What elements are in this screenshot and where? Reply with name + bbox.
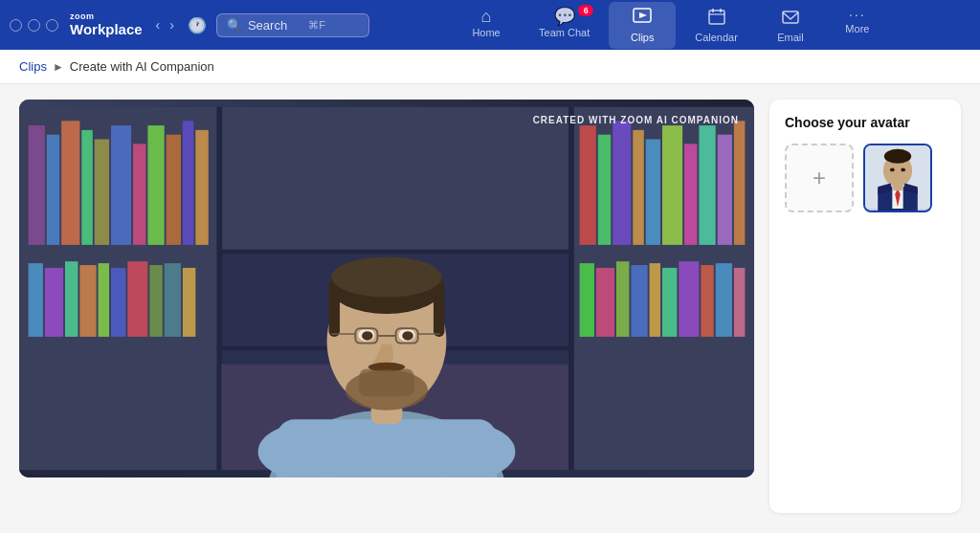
window-maximize-btn[interactable]: [46, 19, 58, 32]
home-label: Home: [472, 27, 500, 38]
zoom-logo: zoom Workplace: [70, 12, 143, 38]
svg-rect-25: [195, 130, 208, 245]
svg-rect-23: [167, 135, 181, 245]
svg-rect-28: [65, 261, 78, 337]
video-player[interactable]: CREATED WITH ZOOM AI COMPANION: [19, 100, 754, 477]
search-bar[interactable]: 🔍 Search ⌘F: [216, 13, 369, 37]
avatar-grid: +: [785, 144, 946, 212]
svg-rect-33: [149, 265, 162, 337]
team-chat-icon: 💬: [554, 8, 575, 25]
topbar-left: zoom Workplace ‹ › 🕐 🔍 Search ⌘F: [10, 12, 369, 38]
nav-item-calendar[interactable]: Calendar: [676, 2, 757, 49]
panel-title: Choose your avatar: [785, 115, 946, 130]
svg-point-78: [423, 424, 515, 477]
search-shortcut: ⌘F: [308, 19, 325, 32]
svg-rect-45: [734, 121, 746, 245]
right-panel: Choose your avatar +: [769, 100, 961, 513]
email-icon: [781, 8, 800, 30]
svg-rect-42: [684, 144, 697, 245]
svg-rect-14: [568, 107, 574, 470]
window-controls: [10, 19, 58, 32]
svg-rect-63: [434, 286, 445, 337]
svg-rect-53: [701, 265, 713, 337]
home-icon: ⌂: [481, 8, 492, 25]
svg-rect-20: [111, 125, 131, 245]
svg-rect-29: [79, 265, 96, 337]
forward-arrow[interactable]: ›: [166, 15, 178, 34]
svg-rect-22: [147, 125, 164, 245]
svg-rect-27: [45, 268, 63, 337]
zoom-text: zoom: [70, 12, 143, 21]
nav-item-team-chat[interactable]: 6 💬 Team Chat: [520, 2, 609, 49]
calendar-icon: [707, 8, 726, 30]
nav-arrows: ‹ ›: [152, 15, 178, 34]
breadcrumb-parent[interactable]: Clips: [19, 59, 47, 74]
add-icon: +: [813, 165, 826, 191]
nav-item-clips[interactable]: Clips: [609, 2, 676, 49]
video-background: CREATED WITH ZOOM AI COMPANION: [19, 100, 754, 477]
back-arrow[interactable]: ‹: [152, 15, 165, 34]
avatar-add-button[interactable]: +: [785, 144, 854, 212]
clips-icon: [633, 8, 652, 30]
svg-marker-1: [639, 12, 647, 18]
svg-rect-62: [329, 286, 341, 337]
main-content: CREATED WITH ZOOM AI COMPANION Choose yo…: [0, 84, 980, 528]
nav-item-more[interactable]: ··· More: [824, 2, 891, 49]
svg-rect-44: [718, 135, 732, 245]
svg-point-67: [362, 331, 373, 341]
svg-rect-21: [133, 144, 145, 245]
svg-rect-32: [127, 261, 147, 337]
svg-rect-16: [47, 135, 59, 245]
svg-point-77: [258, 424, 350, 477]
workplace-text: Workplace: [70, 21, 143, 38]
clips-label: Clips: [631, 32, 654, 43]
svg-rect-34: [165, 263, 181, 337]
svg-rect-18: [81, 130, 93, 245]
avatar-option-1[interactable]: [863, 144, 932, 212]
svg-rect-49: [631, 265, 647, 337]
svg-point-85: [884, 149, 911, 164]
svg-rect-17: [61, 121, 79, 245]
svg-rect-51: [662, 268, 677, 337]
svg-rect-43: [699, 125, 715, 245]
search-label: Search: [248, 18, 287, 33]
svg-rect-46: [580, 263, 594, 337]
breadcrumb-bar: Clips ► Create with AI Companion: [0, 50, 980, 84]
svg-rect-50: [650, 263, 661, 337]
video-section: CREATED WITH ZOOM AI COMPANION: [19, 100, 754, 513]
svg-rect-24: [183, 121, 194, 245]
svg-rect-48: [616, 261, 629, 337]
breadcrumb-separator: ►: [53, 60, 64, 74]
window-minimize-btn[interactable]: [28, 19, 40, 32]
email-label: Email: [777, 32, 804, 43]
svg-rect-6: [783, 11, 798, 23]
window-close-btn[interactable]: [10, 19, 22, 32]
svg-rect-36: [580, 125, 596, 245]
svg-rect-31: [111, 268, 125, 337]
breadcrumb-current: Create with AI Companion: [70, 59, 214, 74]
topbar: zoom Workplace ‹ › 🕐 🔍 Search ⌘F ⌂ Home …: [0, 0, 980, 50]
svg-point-68: [402, 331, 413, 341]
svg-point-87: [901, 168, 905, 172]
svg-point-64: [331, 256, 441, 297]
history-button[interactable]: 🕐: [188, 16, 207, 34]
more-icon: ···: [849, 8, 866, 21]
svg-rect-41: [662, 125, 682, 245]
svg-rect-55: [734, 268, 746, 337]
nav-item-home[interactable]: ⌂ Home: [453, 2, 520, 49]
svg-rect-15: [29, 125, 45, 245]
more-label: More: [845, 23, 869, 34]
svg-point-86: [890, 168, 895, 172]
svg-rect-30: [99, 263, 110, 337]
nav-item-email[interactable]: Email: [757, 2, 824, 49]
svg-rect-2: [709, 11, 724, 24]
svg-rect-40: [646, 140, 660, 245]
svg-rect-26: [29, 263, 43, 337]
svg-rect-52: [679, 261, 699, 337]
svg-rect-39: [633, 130, 644, 245]
svg-rect-38: [612, 121, 631, 245]
svg-rect-37: [598, 135, 611, 245]
team-chat-badge: 6: [578, 5, 593, 16]
svg-rect-19: [95, 140, 109, 245]
svg-rect-54: [716, 263, 732, 337]
